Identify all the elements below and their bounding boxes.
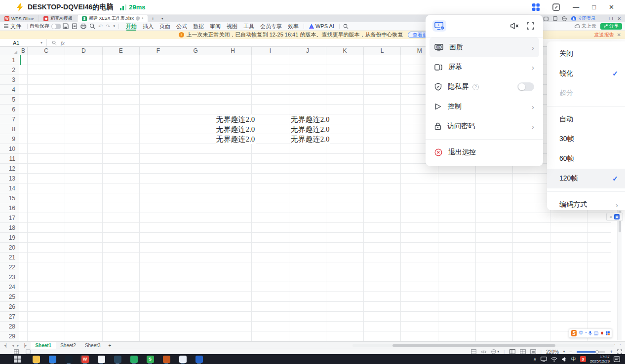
cell-I23[interactable] [252, 272, 289, 282]
cell-I10[interactable] [252, 144, 289, 154]
cell-K1[interactable] [326, 55, 364, 65]
cell-N29[interactable] [438, 331, 476, 341]
row-header-12[interactable]: 12 [0, 164, 19, 174]
cell-H21[interactable] [214, 253, 252, 262]
cell-F13[interactable] [140, 174, 177, 183]
cell-M18[interactable] [401, 223, 438, 233]
cell-Q20[interactable] [550, 243, 588, 253]
cell-K17[interactable] [326, 213, 364, 223]
cell-F17[interactable] [140, 213, 177, 223]
cell-N18[interactable] [438, 223, 476, 233]
cell-G27[interactable] [177, 312, 215, 322]
share-button[interactable]: 分享 [600, 23, 622, 30]
cell-L12[interactable] [364, 164, 401, 174]
cell-E20[interactable] [103, 243, 140, 253]
cell-I12[interactable] [252, 164, 289, 174]
vertical-scrollbar[interactable] [617, 209, 622, 340]
cell-G7[interactable] [177, 114, 215, 124]
selection-mode-icon[interactable] [14, 349, 19, 354]
cell-E10[interactable] [103, 144, 140, 154]
column-header-I[interactable]: I [252, 47, 289, 55]
cell-D16[interactable] [65, 203, 103, 213]
cell-Q25[interactable] [550, 292, 588, 302]
row-header-9[interactable]: 9 [0, 134, 19, 144]
cell-L3[interactable] [364, 75, 401, 85]
cell-L15[interactable] [364, 193, 401, 203]
cell-O19[interactable] [476, 233, 513, 243]
page-layout-view-icon[interactable] [520, 349, 526, 354]
cell-K14[interactable] [326, 183, 364, 193]
cell-B11[interactable] [19, 154, 28, 164]
row-header-27[interactable]: 27 [0, 312, 19, 322]
cell-D14[interactable] [65, 183, 103, 193]
cell-K5[interactable] [326, 95, 364, 105]
cell-O21[interactable] [476, 253, 513, 262]
zoom-level[interactable]: 220% [546, 349, 559, 355]
cell-B27[interactable] [19, 312, 28, 322]
row-header-3[interactable]: 3 [0, 75, 19, 85]
cell-Q24[interactable] [550, 282, 588, 292]
cell-L22[interactable] [364, 262, 401, 272]
cell-O20[interactable] [476, 243, 513, 253]
wps-close-button[interactable]: ✕ [617, 16, 621, 21]
preview-icon[interactable] [89, 23, 95, 29]
ribbon-tab-数据[interactable]: 数据 [191, 22, 206, 31]
cell-K26[interactable] [326, 302, 364, 312]
column-header-F[interactable]: F [140, 47, 177, 55]
row-header-29[interactable]: 29 [0, 331, 19, 341]
cell-D19[interactable] [65, 233, 103, 243]
tab-list-caret[interactable]: ▾ [158, 15, 167, 22]
cell-G3[interactable] [177, 75, 215, 85]
cell-N26[interactable] [438, 302, 476, 312]
row-header-26[interactable]: 26 [0, 302, 19, 312]
cell-K10[interactable] [326, 144, 364, 154]
taskbar-app-steam-alt[interactable] [113, 355, 122, 364]
cell-N15[interactable] [438, 193, 476, 203]
quality-option-关闭[interactable]: 关闭 [547, 44, 625, 64]
cell-Q21[interactable] [550, 253, 588, 262]
cell-F11[interactable] [140, 154, 177, 164]
cell-L20[interactable] [364, 243, 401, 253]
cell-P26[interactable] [513, 302, 550, 312]
cell-L4[interactable] [364, 85, 401, 95]
cell-N16[interactable] [438, 203, 476, 213]
cell-O29[interactable] [476, 331, 513, 341]
cell-D13[interactable] [65, 174, 103, 183]
tab-wps-office[interactable]: W WPS Office [0, 15, 39, 22]
quality-option-锐化[interactable]: 锐化✓ [547, 64, 625, 83]
sogou-logo-icon[interactable]: S [571, 330, 577, 336]
autosave-toggle[interactable] [51, 24, 61, 29]
cell-H20[interactable] [214, 243, 252, 253]
cell-E23[interactable] [103, 272, 140, 282]
cell-G19[interactable] [177, 233, 215, 243]
add-sheet-button[interactable]: + [105, 343, 115, 348]
cell-K8[interactable] [326, 124, 364, 134]
cell-L23[interactable] [364, 272, 401, 282]
cell-P18[interactable] [513, 223, 550, 233]
cell-C3[interactable] [28, 75, 65, 85]
cell-D26[interactable] [65, 302, 103, 312]
cell-B25[interactable] [19, 292, 28, 302]
cell-B23[interactable] [19, 272, 28, 282]
cell-C12[interactable] [28, 164, 65, 174]
cloud-status[interactable]: 未上云 [575, 23, 596, 30]
cell-L2[interactable] [364, 65, 401, 75]
cell-B9[interactable] [19, 134, 28, 144]
cell-G29[interactable] [177, 331, 215, 341]
cell-J14[interactable] [289, 183, 327, 193]
cell-G26[interactable] [177, 302, 215, 312]
ribbon-tab-效率[interactable]: 效率 [285, 22, 301, 31]
cell-N23[interactable] [438, 272, 476, 282]
cell-I8[interactable] [252, 124, 289, 134]
cell-M24[interactable] [401, 282, 438, 292]
cell-F3[interactable] [140, 75, 177, 85]
cell-I13[interactable] [252, 174, 289, 183]
cell-J8[interactable]: 无界趣连2.0 [289, 124, 327, 134]
cell-I22[interactable] [252, 262, 289, 272]
cell-E19[interactable] [103, 233, 140, 243]
cell-F19[interactable] [140, 233, 177, 243]
cell-F6[interactable] [140, 105, 177, 114]
cell-H7[interactable]: 无界趣连2.0 [214, 114, 252, 124]
cell-C8[interactable] [28, 124, 65, 134]
row-header-20[interactable]: 20 [0, 243, 19, 253]
